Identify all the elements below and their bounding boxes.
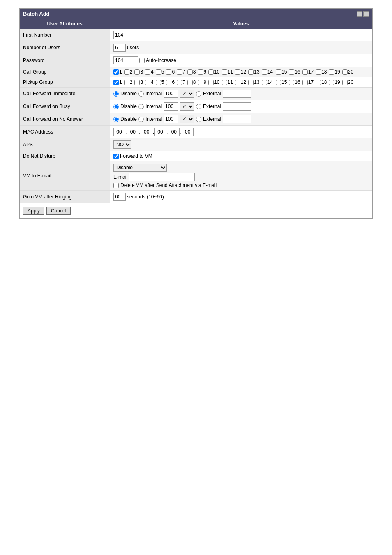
pg-cb-8[interactable] xyxy=(187,80,193,85)
pg-cb-17[interactable] xyxy=(302,80,308,85)
pg-item-16[interactable]: 16 xyxy=(289,79,300,85)
cg-cb-4[interactable] xyxy=(145,69,150,75)
cg-item-4[interactable]: 4 xyxy=(145,69,154,75)
cg-cb-20[interactable] xyxy=(342,69,348,75)
cg-item-20[interactable]: 20 xyxy=(342,69,353,75)
cg-item-7[interactable]: 7 xyxy=(177,69,185,75)
cg-item-13[interactable]: 13 xyxy=(248,69,259,75)
aps-select[interactable]: NO xyxy=(113,140,131,149)
pg-cb-18[interactable] xyxy=(316,80,321,85)
auto-increase-checkbox[interactable] xyxy=(139,58,145,63)
pg-item-4[interactable]: 4 xyxy=(145,79,154,85)
pg-item-15[interactable]: 15 xyxy=(276,79,287,85)
cg-cb-5[interactable] xyxy=(156,69,161,75)
mac-field-4[interactable] xyxy=(154,128,166,136)
cf-busy-external-value[interactable] xyxy=(223,102,251,111)
pg-item-10[interactable]: 10 xyxy=(208,79,219,85)
cg-item-19[interactable]: 19 xyxy=(329,69,340,75)
pg-item-14[interactable]: 14 xyxy=(262,79,273,85)
cf-immediate-external-radio[interactable] xyxy=(196,91,201,97)
pg-item-7[interactable]: 7 xyxy=(177,79,185,85)
cg-cb-6[interactable] xyxy=(166,69,171,75)
delete-vm-checkbox[interactable] xyxy=(113,183,119,188)
cf-immediate-external-value[interactable] xyxy=(223,90,251,98)
cg-cb-13[interactable] xyxy=(248,69,254,75)
cg-cb-15[interactable] xyxy=(276,69,281,75)
cg-cb-8[interactable] xyxy=(187,69,193,75)
pg-item-18[interactable]: 18 xyxy=(316,79,327,85)
cf-noanswer-external-value[interactable] xyxy=(223,115,251,123)
cf-noanswer-disable-radio[interactable] xyxy=(113,117,119,122)
cg-cb-11[interactable] xyxy=(222,69,227,75)
pg-item-2[interactable]: 2 xyxy=(124,79,133,85)
pg-item-19[interactable]: 19 xyxy=(329,79,340,85)
cg-item-11[interactable]: 11 xyxy=(222,69,233,75)
pg-item-20[interactable]: 20 xyxy=(342,79,353,85)
dnd-checkbox[interactable] xyxy=(113,154,119,159)
pg-cb-1[interactable] xyxy=(113,80,119,85)
pg-cb-14[interactable] xyxy=(262,80,267,85)
number-of-users-input[interactable] xyxy=(113,44,126,52)
cg-item-15[interactable]: 15 xyxy=(276,69,287,75)
cf-busy-disable-radio[interactable] xyxy=(113,104,119,109)
cg-cb-9[interactable] xyxy=(198,69,203,75)
cf-immediate-internal-select[interactable]: ✓ xyxy=(180,90,194,98)
cf-busy-internal-select[interactable]: ✓ xyxy=(180,102,194,111)
cg-item-6[interactable]: 6 xyxy=(166,69,175,75)
pg-item-9[interactable]: 9 xyxy=(198,79,207,85)
mac-field-2[interactable] xyxy=(127,128,138,136)
pg-cb-2[interactable] xyxy=(124,80,129,85)
cg-item-9[interactable]: 9 xyxy=(198,69,207,75)
cg-cb-1[interactable] xyxy=(113,69,119,75)
cg-item-8[interactable]: 8 xyxy=(187,69,196,75)
cf-noanswer-internal-radio[interactable] xyxy=(138,117,144,122)
pg-cb-7[interactable] xyxy=(177,80,182,85)
pg-item-6[interactable]: 6 xyxy=(166,79,175,85)
cg-cb-16[interactable] xyxy=(289,69,294,75)
mac-field-6[interactable] xyxy=(182,128,194,136)
cancel-button[interactable]: Cancel xyxy=(46,207,71,215)
password-input[interactable] xyxy=(113,56,138,64)
pg-cb-13[interactable] xyxy=(248,80,254,85)
cf-busy-internal-radio[interactable] xyxy=(138,104,144,109)
cg-item-10[interactable]: 10 xyxy=(208,69,219,75)
cg-item-16[interactable]: 16 xyxy=(289,69,300,75)
pg-item-3[interactable]: 3 xyxy=(134,79,143,85)
pg-cb-9[interactable] xyxy=(198,80,203,85)
cg-cb-18[interactable] xyxy=(316,69,321,75)
maximize-btn[interactable] xyxy=(363,11,369,17)
pg-item-5[interactable]: 5 xyxy=(156,79,164,85)
mac-field-1[interactable] xyxy=(113,128,125,136)
cg-item-5[interactable]: 5 xyxy=(156,69,164,75)
email-input[interactable] xyxy=(129,173,195,181)
cf-busy-external-radio[interactable] xyxy=(196,104,201,109)
apply-button[interactable]: Apply xyxy=(23,207,44,215)
cg-cb-10[interactable] xyxy=(208,69,214,75)
cg-item-12[interactable]: 12 xyxy=(235,69,246,75)
cf-immediate-disable-radio[interactable] xyxy=(113,91,119,97)
first-number-input[interactable] xyxy=(113,31,154,39)
cg-cb-7[interactable] xyxy=(177,69,182,75)
pg-cb-3[interactable] xyxy=(134,80,140,85)
cg-item-18[interactable]: 18 xyxy=(316,69,327,75)
cg-cb-19[interactable] xyxy=(329,69,334,75)
cf-busy-internal-value[interactable] xyxy=(164,102,178,111)
pg-item-17[interactable]: 17 xyxy=(302,79,314,85)
cg-cb-2[interactable] xyxy=(124,69,129,75)
pg-item-12[interactable]: 12 xyxy=(235,79,246,85)
cg-item-17[interactable]: 17 xyxy=(302,69,314,75)
pg-cb-12[interactable] xyxy=(235,80,240,85)
pg-item-8[interactable]: 8 xyxy=(187,79,196,85)
cg-item-1[interactable]: 1 xyxy=(113,69,122,75)
vm-email-dropdown[interactable]: Disable xyxy=(113,164,167,172)
cf-immediate-internal-value[interactable] xyxy=(164,90,178,98)
pg-item-11[interactable]: 11 xyxy=(222,79,233,85)
cg-cb-14[interactable] xyxy=(262,69,267,75)
cf-noanswer-external-radio[interactable] xyxy=(196,117,201,122)
pg-item-1[interactable]: 1 xyxy=(113,79,122,85)
cf-noanswer-internal-select[interactable]: ✓ xyxy=(180,115,194,123)
goto-vm-input[interactable] xyxy=(113,193,126,201)
mac-field-3[interactable] xyxy=(141,128,152,136)
pg-cb-15[interactable] xyxy=(276,80,281,85)
pg-cb-19[interactable] xyxy=(329,80,334,85)
